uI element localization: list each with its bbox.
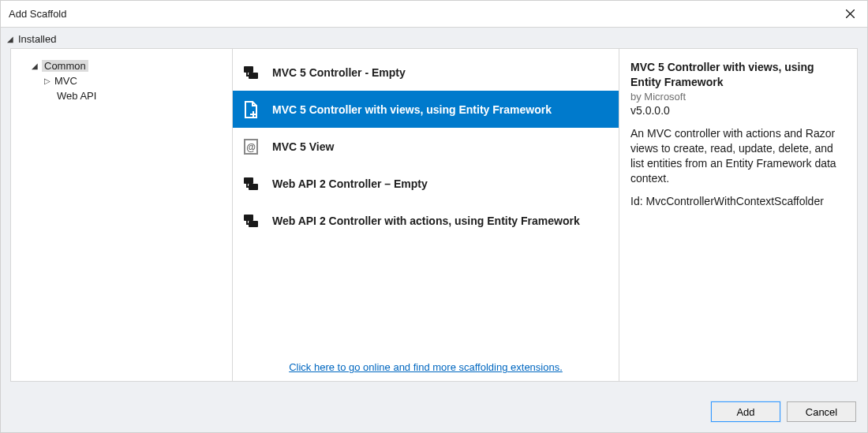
details-version: v5.0.0.0 (630, 103, 846, 118)
template-label: Web API 2 Controller – Empty (272, 177, 428, 190)
svg-text:@: @ (246, 142, 256, 153)
template-label: MVC 5 View (272, 140, 334, 153)
add-scaffold-dialog: Add Scaffold ◢ Installed ◢ Common (0, 0, 868, 433)
template-label: MVC 5 Controller with views, using Entit… (272, 103, 552, 116)
details-pane: MVC 5 Controller with views, using Entit… (619, 48, 858, 382)
details-id: Id: MvcControllerWithContextScaffolder (630, 194, 846, 209)
details-id-value: MvcControllerWithContextScaffolder (645, 195, 823, 207)
collapse-icon: ◢ (7, 35, 13, 43)
expand-icon: ▷ (44, 77, 51, 85)
close-icon (846, 9, 855, 18)
dialog-footer: Add Cancel (1, 391, 867, 432)
template-list-pane: MVC 5 Controller - Empty MVC 5 Controlle… (233, 48, 619, 382)
details-author: by Microsoft (630, 90, 846, 104)
template-item[interactable]: MVC 5 Controller with views, using Entit… (233, 91, 619, 128)
tree-item-webapi[interactable]: Web API (19, 88, 224, 103)
window-title: Add Scaffold (9, 8, 832, 20)
installed-category[interactable]: ◢ Installed (7, 33, 56, 45)
controller-icon (241, 211, 261, 231)
template-item[interactable]: @ MVC 5 View (233, 128, 619, 165)
dialog-body: ◢ Common ▷ MVC Web API (1, 48, 867, 391)
titlebar: Add Scaffold (1, 1, 867, 28)
tree-pane: ◢ Common ▷ MVC Web API (10, 48, 233, 382)
installed-label: Installed (18, 33, 56, 45)
tree-label: MVC (54, 75, 77, 87)
svg-rect-6 (250, 114, 256, 115)
svg-rect-2 (244, 66, 253, 73)
tree-item-common: Common (42, 60, 88, 72)
template-item[interactable]: Web API 2 Controller – Empty (233, 165, 619, 202)
category-bar: ◢ Installed (1, 28, 867, 48)
extensions-link[interactable]: Click here to go online and find more sc… (289, 361, 563, 373)
template-item[interactable]: MVC 5 Controller - Empty (233, 54, 619, 91)
close-button[interactable] (832, 1, 867, 27)
expand-icon: ◢ (32, 62, 38, 70)
controller-icon (241, 62, 261, 83)
details-title: MVC 5 Controller with views, using Entit… (630, 60, 846, 90)
tree-label: Web API (57, 90, 96, 102)
details-description: An MVC controller with actions and Razor… (630, 126, 846, 186)
svg-rect-12 (244, 215, 253, 221)
view-at-icon: @ (241, 136, 261, 157)
template-label: MVC 5 Controller - Empty (272, 66, 406, 79)
template-list: MVC 5 Controller - Empty MVC 5 Controlle… (233, 49, 619, 355)
tree-label: Common (44, 60, 86, 72)
cancel-button[interactable]: Cancel (787, 401, 856, 422)
add-button[interactable]: Add (711, 401, 780, 422)
svg-rect-9 (244, 177, 253, 184)
details-id-label: Id: (630, 195, 643, 207)
controller-icon (241, 174, 261, 194)
extensions-link-row: Click here to go online and find more sc… (233, 355, 619, 381)
page-plus-icon (241, 99, 261, 120)
tree-item-common-wrap[interactable]: ◢ Common (30, 58, 224, 73)
tree-item-mvc[interactable]: ▷ MVC (19, 73, 224, 88)
template-label: Web API 2 Controller with actions, using… (272, 215, 580, 227)
template-item[interactable]: Web API 2 Controller with actions, using… (233, 202, 619, 239)
